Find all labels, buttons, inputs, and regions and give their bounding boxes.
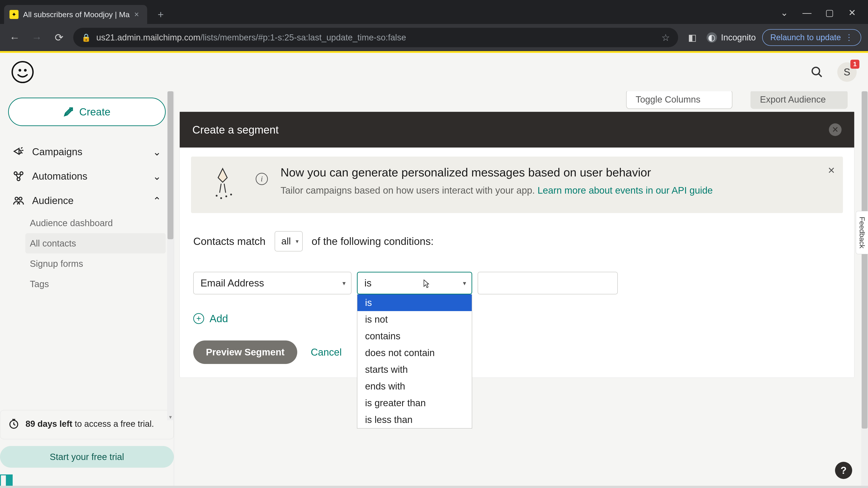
url-text: us21.admin.mailchimp.com/lists/members/#… [96, 33, 406, 42]
notification-badge: 1 [850, 60, 860, 69]
app-topbar: S 1 [0, 53, 868, 91]
banner-dismiss-icon[interactable]: × [828, 163, 835, 177]
svg-point-3 [812, 67, 819, 75]
address-bar[interactable]: 🔒 us21.admin.mailchimp.com/lists/members… [73, 28, 678, 47]
toggle-columns-button[interactable]: Toggle Columns [626, 91, 733, 109]
plus-circle-icon: + [193, 313, 204, 324]
chevron-down-icon: ▾ [463, 280, 466, 287]
operator-option[interactable]: ends with [358, 378, 472, 395]
match-prefix: Contacts match [193, 235, 266, 248]
operator-option[interactable]: starts with [358, 361, 472, 378]
match-mode-select[interactable]: all ▾ [275, 231, 303, 252]
panel-header: Create a segment ✕ [180, 112, 854, 148]
sidebar-item-label: Automations [32, 170, 88, 182]
extensions-icon[interactable]: ◧ [684, 30, 700, 45]
incognito-label: Incognito [721, 33, 756, 42]
scrollbar-thumb[interactable] [167, 91, 174, 239]
relaunch-button[interactable]: Relaunch to update⋮ [762, 29, 861, 46]
new-tab-button[interactable]: + [154, 8, 167, 21]
forward-button: → [29, 30, 45, 45]
chevron-up-icon: ⌃ [153, 195, 161, 206]
panel-close-icon[interactable]: ✕ [829, 123, 842, 136]
window-controls: ⌄ — ▢ ✕ [780, 8, 868, 24]
svg-point-2 [24, 69, 27, 72]
svg-line-4 [818, 74, 822, 77]
avatar[interactable]: S 1 [837, 62, 857, 82]
match-row: Contacts match all ▾ of the following co… [193, 231, 841, 252]
subnav-all-contacts[interactable]: All contacts [25, 233, 166, 254]
feedback-tab[interactable]: Feedback [856, 211, 868, 254]
operator-dropdown: is is not contains does not contain star… [357, 294, 472, 429]
main-scrollbar[interactable] [861, 91, 868, 488]
sidebar: Create Campaigns ⌄ Automations ⌄ Audienc… [0, 91, 174, 488]
operator-option[interactable]: is not [358, 311, 472, 328]
maximize-icon[interactable]: ▢ [825, 8, 834, 17]
match-suffix: of the following conditions: [312, 235, 434, 248]
cancel-button[interactable]: Cancel [311, 347, 342, 358]
banner-link[interactable]: Learn more about events in our API guide [537, 185, 713, 196]
create-button[interactable]: Create [8, 98, 166, 126]
chevron-down-icon[interactable]: ⌄ [780, 8, 789, 17]
chevron-down-icon: ▾ [342, 280, 346, 287]
scroll-down-icon[interactable]: ▾ [167, 414, 174, 420]
os-taskbar-edge [0, 486, 868, 488]
back-button[interactable]: ← [7, 30, 23, 45]
search-button[interactable] [808, 63, 826, 81]
chevron-down-icon: ▾ [296, 238, 299, 245]
subnav-audience-dashboard[interactable]: Audience dashboard [30, 213, 166, 233]
trial-card: 89 days left to access a free trial. [0, 410, 174, 439]
panel-title: Create a segment [192, 124, 279, 136]
condition-value-input[interactable] [477, 272, 618, 294]
svg-point-0 [12, 62, 33, 83]
mouse-cursor [423, 279, 430, 288]
reload-button[interactable]: ⟳ [51, 30, 67, 45]
sidebar-item-label: Campaigns [32, 146, 83, 158]
operator-option[interactable]: is greater than [358, 395, 472, 412]
sidebar-scrollbar[interactable]: ▾ [167, 91, 174, 420]
svg-point-11 [15, 197, 18, 200]
app-launcher-icon[interactable] [0, 475, 13, 487]
export-audience-button[interactable]: Export Audience [750, 91, 848, 109]
chevron-down-icon: ⌄ [153, 170, 161, 182]
incognito-icon: ◐ [707, 32, 717, 43]
mailchimp-logo[interactable] [11, 61, 34, 84]
subnav-tags[interactable]: Tags [30, 274, 166, 294]
operator-option[interactable]: is less than [358, 412, 472, 428]
browser-toolbar: ← → ⟳ 🔒 us21.admin.mailchimp.com/lists/m… [0, 24, 868, 51]
close-window-icon[interactable]: ✕ [848, 8, 857, 17]
sidebar-item-audience[interactable]: Audience ⌃ [8, 188, 166, 213]
condition-field-select[interactable]: Email Address ▾ [193, 272, 351, 294]
svg-point-12 [19, 197, 22, 200]
operator-option[interactable]: is [358, 294, 472, 311]
add-condition-button[interactable]: + Add [193, 313, 841, 325]
operator-option[interactable]: does not contain [358, 345, 472, 361]
condition-operator-select[interactable]: is ▾ [357, 272, 472, 294]
browser-tab[interactable]: ✦ All subscribers of Moodjoy | Ma × [4, 5, 147, 24]
sidebar-item-automations[interactable]: Automations ⌄ [8, 164, 166, 188]
create-button-label: Create [79, 106, 110, 118]
start-trial-button[interactable]: Start your free trial [0, 446, 174, 468]
sidebar-item-campaigns[interactable]: Campaigns ⌄ [8, 140, 166, 164]
chevron-down-icon: ⌄ [153, 146, 161, 158]
tab-close-icon[interactable]: × [134, 10, 139, 19]
audience-subnav: Audience dashboard All contacts Signup f… [8, 213, 166, 294]
bookmark-star-icon[interactable]: ☆ [661, 32, 670, 43]
subnav-signup-forms[interactable]: Signup forms [30, 254, 166, 274]
minimize-icon[interactable]: — [802, 8, 811, 17]
help-fab[interactable]: ? [835, 462, 852, 479]
incognito-indicator[interactable]: ◐ Incognito [707, 32, 756, 43]
svg-point-17 [230, 194, 232, 195]
svg-point-15 [220, 197, 222, 199]
svg-line-7 [21, 152, 23, 153]
scrollbar-thumb[interactable] [862, 91, 868, 429]
operator-option[interactable]: contains [358, 328, 472, 345]
page: S 1 Create Campaigns ⌄ Automations [0, 51, 868, 488]
segment-builder: Contacts match all ▾ of the following co… [180, 222, 854, 378]
builder-actions: Preview Segment Cancel [193, 340, 841, 364]
svg-point-16 [225, 195, 227, 197]
segment-panel: Create a segment ✕ i Now you can generat… [180, 111, 855, 378]
banner-headline: Now you can generate personalized messag… [281, 166, 832, 179]
banner-illustration [202, 166, 243, 202]
preview-segment-button[interactable]: Preview Segment [193, 340, 297, 364]
info-icon: i [256, 173, 268, 185]
